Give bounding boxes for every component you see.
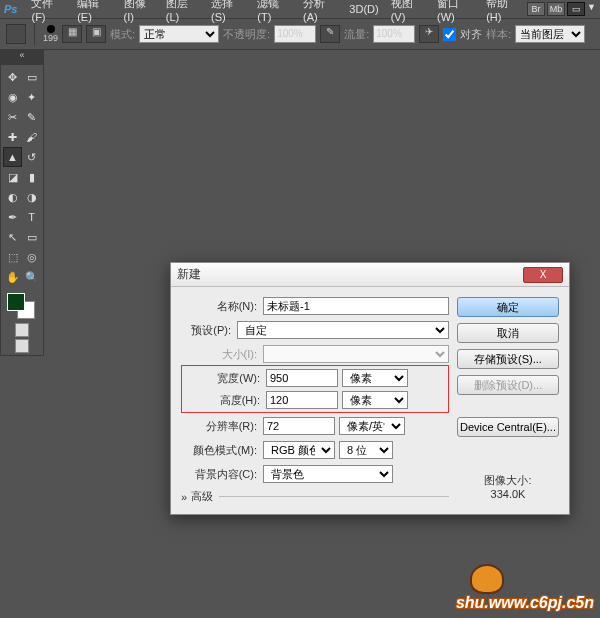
type-tool[interactable]: T bbox=[22, 207, 41, 227]
workspace-dropdown[interactable]: ▼ bbox=[587, 2, 596, 16]
menu-analysis[interactable]: 分析(A) bbox=[297, 0, 343, 23]
flow-value[interactable]: 100% bbox=[373, 25, 415, 43]
marquee-tool[interactable]: ▭ bbox=[22, 67, 41, 87]
menu-window[interactable]: 窗口(W) bbox=[431, 0, 480, 23]
menu-edit[interactable]: 编辑(E) bbox=[71, 0, 117, 23]
cancel-button[interactable]: 取消 bbox=[457, 323, 559, 343]
save-preset-button[interactable]: 存储预设(S)... bbox=[457, 349, 559, 369]
badge-br[interactable]: Br bbox=[527, 2, 545, 16]
width-unit-select[interactable]: 像素 bbox=[342, 369, 408, 387]
options-bar: 199 ▦ ▣ 模式: 正常 不透明度: 100% ✎ 流量: 100% ✈ 对… bbox=[0, 18, 600, 50]
screen-mode-icon[interactable] bbox=[15, 339, 29, 353]
mode-label: 模式: bbox=[110, 27, 135, 42]
flow-label: 流量: bbox=[344, 27, 369, 42]
watermark-text: shu.www.c6pj.c5n bbox=[456, 594, 594, 611]
menu-image[interactable]: 图像(I) bbox=[118, 0, 160, 23]
name-input[interactable] bbox=[263, 297, 449, 315]
menu-select[interactable]: 选择(S) bbox=[205, 0, 251, 23]
watermark-badge-icon bbox=[470, 564, 504, 594]
brush-settings-icon[interactable]: ▣ bbox=[86, 25, 106, 43]
dodge-tool[interactable]: ◑ bbox=[22, 187, 41, 207]
zoom-tool[interactable]: 🔍 bbox=[22, 267, 41, 287]
wand-tool[interactable]: ✦ bbox=[22, 87, 41, 107]
history-brush-tool[interactable]: ↺ bbox=[22, 147, 41, 167]
shape-tool[interactable]: ▭ bbox=[22, 227, 41, 247]
resolution-input[interactable] bbox=[263, 417, 335, 435]
menu-file[interactable]: 文件(F) bbox=[25, 0, 71, 23]
move-tool[interactable]: ✥ bbox=[3, 67, 22, 87]
current-tool-icon[interactable] bbox=[6, 24, 26, 44]
blur-tool[interactable]: ◐ bbox=[3, 187, 22, 207]
menu-help[interactable]: 帮助(H) bbox=[480, 0, 527, 23]
airbrush-icon[interactable]: ✈ bbox=[419, 25, 439, 43]
brush-tool[interactable]: 🖌 bbox=[22, 127, 41, 147]
stamp-tool[interactable]: ▲ bbox=[3, 147, 22, 167]
divider bbox=[219, 496, 449, 497]
menu-filter[interactable]: 滤镜(T) bbox=[251, 0, 297, 23]
new-document-dialog: 新建 X 名称(N): 预设(P): 自定 大小(I): 宽度(W): 像素 bbox=[170, 262, 570, 515]
imagesize-value: 334.0K bbox=[457, 488, 559, 500]
brush-dot-icon bbox=[47, 25, 55, 33]
watermark: shu.www.c6pj.c5n bbox=[456, 594, 594, 612]
eyedropper-tool[interactable]: ✎ bbox=[22, 107, 41, 127]
gradient-tool[interactable]: ▮ bbox=[22, 167, 41, 187]
chevron-icon: » bbox=[181, 491, 187, 503]
resolution-label: 分辨率(R): bbox=[181, 419, 263, 434]
path-tool[interactable]: ↖ bbox=[3, 227, 22, 247]
device-central-button[interactable]: Device Central(E)... bbox=[457, 417, 559, 437]
preset-label: 预设(P): bbox=[181, 323, 237, 338]
dialog-title: 新建 bbox=[177, 266, 201, 283]
colormode-select[interactable]: RGB 颜色 bbox=[263, 441, 335, 459]
background-select[interactable]: 背景色 bbox=[263, 465, 393, 483]
badge-mb[interactable]: Mb bbox=[547, 2, 565, 16]
height-label: 高度(H): bbox=[184, 393, 266, 408]
advanced-toggle[interactable]: » 高级 bbox=[181, 489, 449, 504]
opacity-pressure-icon[interactable]: ✎ bbox=[320, 25, 340, 43]
workspace-icon[interactable]: ▭ bbox=[567, 2, 585, 16]
app-logo: Ps bbox=[4, 3, 17, 15]
opacity-value[interactable]: 100% bbox=[274, 25, 316, 43]
hand-tool[interactable]: ✋ bbox=[3, 267, 22, 287]
close-button[interactable]: X bbox=[523, 267, 563, 283]
menu-bar: Ps 文件(F) 编辑(E) 图像(I) 图层(L) 选择(S) 滤镜(T) 分… bbox=[0, 0, 600, 18]
menu-view[interactable]: 视图(V) bbox=[385, 0, 431, 23]
advanced-label: 高级 bbox=[191, 489, 213, 504]
width-label: 宽度(W): bbox=[184, 371, 266, 386]
menu-3d[interactable]: 3D(D) bbox=[343, 3, 384, 15]
mode-select[interactable]: 正常 bbox=[139, 25, 219, 43]
brush-preset[interactable]: 199 bbox=[43, 25, 58, 43]
eraser-tool[interactable]: ◪ bbox=[3, 167, 22, 187]
name-label: 名称(N): bbox=[181, 299, 263, 314]
brush-panel-icon[interactable]: ▦ bbox=[62, 25, 82, 43]
3d-tool[interactable]: ⬚ bbox=[3, 247, 22, 267]
align-label: 对齐 bbox=[460, 27, 482, 42]
resolution-unit-select[interactable]: 像素/英寸 bbox=[339, 417, 405, 435]
standard-mode-icon[interactable] bbox=[15, 323, 29, 337]
panel-collapse-tab[interactable]: « bbox=[0, 50, 44, 64]
preset-select[interactable]: 自定 bbox=[237, 321, 449, 339]
imagesize-label: 图像大小: bbox=[457, 473, 559, 488]
height-input[interactable] bbox=[266, 391, 338, 409]
foreground-color[interactable] bbox=[7, 293, 25, 311]
width-input[interactable] bbox=[266, 369, 338, 387]
sample-label: 样本: bbox=[486, 27, 511, 42]
heal-tool[interactable]: ✚ bbox=[3, 127, 22, 147]
toolbox: ✥▭ ◉✦ ✂✎ ✚🖌 ▲↺ ◪▮ ◐◑ ✒T ↖▭ ⬚◎ ✋🔍 bbox=[0, 64, 44, 356]
background-label: 背景内容(C): bbox=[181, 467, 263, 482]
crop-tool[interactable]: ✂ bbox=[3, 107, 22, 127]
align-checkbox[interactable] bbox=[443, 28, 456, 41]
ok-button[interactable]: 确定 bbox=[457, 297, 559, 317]
lasso-tool[interactable]: ◉ bbox=[3, 87, 22, 107]
menu-layer[interactable]: 图层(L) bbox=[160, 0, 205, 23]
height-unit-select[interactable]: 像素 bbox=[342, 391, 408, 409]
pen-tool[interactable]: ✒ bbox=[3, 207, 22, 227]
highlighted-dimensions: 宽度(W): 像素 高度(H): 像素 bbox=[181, 365, 449, 413]
screenmode-row bbox=[3, 339, 41, 353]
quickmask-row bbox=[3, 323, 41, 337]
sample-select[interactable]: 当前图层 bbox=[515, 25, 585, 43]
delete-preset-button[interactable]: 删除预设(D)... bbox=[457, 375, 559, 395]
bitdepth-select[interactable]: 8 位 bbox=[339, 441, 393, 459]
dialog-titlebar[interactable]: 新建 X bbox=[171, 263, 569, 287]
color-swatches bbox=[3, 291, 41, 321]
camera-tool[interactable]: ◎ bbox=[22, 247, 41, 267]
